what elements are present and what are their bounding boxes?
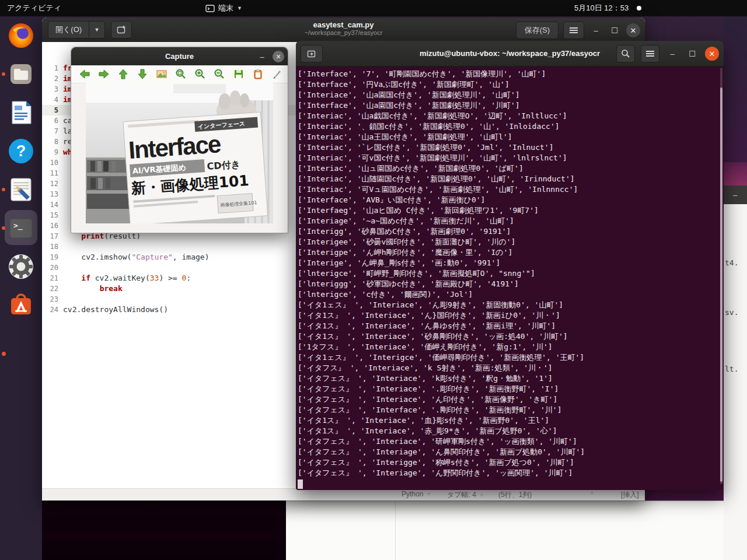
dock-item-help[interactable]: ? — [0, 132, 42, 170]
line-number: 8 — [42, 136, 63, 147]
terminal-output[interactable]: ['Interface', '7', '町剛園国めc付き', '新国像理川', … — [298, 69, 719, 487]
line-number: 10 — [42, 158, 63, 168]
capture-toolbar — [71, 65, 288, 83]
terminal-line: ['イタ1ェス』 ', 'Interiace', 'ん彫9射き', '新固衡動0… — [298, 300, 719, 310]
nav-up-icon[interactable] — [117, 68, 129, 80]
clipboard-icon[interactable] — [252, 68, 264, 80]
gedit-headerbar[interactable]: 開く(O) ▼ easytest_cam.py ~/workspace_py37… — [42, 18, 645, 43]
terminal-line: ['イタフェス』 ', 'Interface', '.剛印付き', '新画衡野町… — [298, 405, 719, 415]
terminal-line: ['lnteriggg', '砂軍国ゆc付き', '新画殿ひ町', '4191'… — [298, 279, 719, 289]
line-number: 12 — [42, 178, 63, 189]
terminal-line: ['Interiac', '山随園国c付き', '新国劇処理0', '山町', … — [298, 174, 719, 184]
save-icon[interactable] — [232, 68, 245, 80]
svg-text:CD付き: CD付き — [207, 159, 241, 172]
capture-image: インターフェース Interface AI/VR基礎固め CD付き 新・画像処理… — [86, 83, 273, 223]
minimize-icon: – — [733, 191, 737, 200]
terminal-line: ['lnterigce', 'c付き', '爾画関)', 'Jol'] — [298, 289, 719, 300]
maximize-button[interactable]: ☐ — [685, 47, 699, 61]
terminal-scrollbar-thumb[interactable] — [720, 88, 722, 482]
nav-down-icon[interactable] — [136, 68, 148, 80]
files-icon — [7, 60, 35, 88]
code-text: break — [63, 284, 123, 294]
dock-item-software[interactable] — [0, 286, 42, 324]
terminal-line: ['Interigg', '砂鼻国めC付き', '新画劇理0', '9191'] — [298, 226, 719, 237]
running-dot-icon — [2, 226, 5, 230]
dock-item-files[interactable] — [0, 55, 42, 93]
new-tab-icon — [306, 48, 317, 59]
chevron-down-icon: ▼ — [237, 5, 242, 11]
terminal-line: ['Interiac', '、鎖国c付き', '新国劇処理0', '山', 'I… — [298, 121, 719, 132]
menu-button[interactable] — [563, 22, 584, 39]
line-number: 17 — [42, 231, 63, 242]
gedit-statusbar: Python▼ タブ幅: 4▼ (5行、1列) ▼ [挿入] — [42, 488, 645, 501]
close-button[interactable]: ✕ — [705, 47, 719, 61]
brush-icon[interactable] — [271, 68, 283, 80]
dock-item-terminal[interactable]: >_ — [0, 209, 42, 247]
minimize-button[interactable]: – — [255, 50, 269, 64]
terminal-line: ['イタフェス』 ', 'Interiage', 'ん野関印付き', 'ッ画関理… — [298, 468, 719, 478]
zoom-select-icon[interactable] — [174, 68, 187, 80]
dock-item-settings[interactable] — [0, 247, 42, 286]
capture-titlebar[interactable]: Capture – ✕ — [71, 47, 288, 66]
terminal-line: ['Interfaeg', '山aヒ国め C付き', '新回劇処理ワ1', '9… — [298, 205, 719, 216]
statusbar-dropdown[interactable]: ▼ — [589, 490, 595, 496]
terminal-line: ['イタ1ス』 ', 'Interiace', 'ん}国印付き', '新画iひ0… — [298, 310, 719, 321]
new-document-button[interactable] — [111, 21, 132, 38]
new-tab-button[interactable] — [301, 45, 323, 62]
save-button[interactable]: 保存(S) — [516, 22, 558, 39]
close-button[interactable]: ✕ — [626, 23, 640, 37]
chevron-down-icon: ▼ — [479, 492, 484, 498]
minimize-button[interactable]: – — [665, 47, 679, 61]
help-icon: ? — [7, 137, 35, 165]
tab-width-selector[interactable]: タブ幅: 4▼ — [447, 490, 484, 500]
activities-button[interactable]: アクティビティ — [0, 0, 68, 16]
terminal-line: ['Interiac', '山a王国c付き', '新国劇処理', '山町l'] — [298, 132, 719, 142]
terminal-line: ['Interface', '円Vaぶ国c付き', '新国劇理町', '山'] — [298, 79, 719, 90]
terminal-line: ['イタフェス』 ', 'Interiace', 'k彫s付き', '釈g・勉動… — [298, 373, 719, 384]
language-selector[interactable]: Python▼ — [402, 490, 431, 498]
app-menu[interactable]: 端末 ▼ — [205, 0, 242, 16]
terminal-line: ['イタ1ス』 ', 'Interiace', '砂鼻剛印付き', 'ッ画:処4… — [298, 331, 719, 342]
line-number: 9 — [42, 147, 63, 158]
clock[interactable]: 5月10日 12：53 — [574, 0, 641, 16]
terminal-line: ['イタフェス』 ', 'Interiace', 'ん印付き', '新画像野',… — [298, 394, 719, 405]
open-button[interactable]: 開く(O) — [48, 21, 89, 38]
terminal-line: ['Interface', '7', '町剛園国めc付き', '新国像理川', … — [298, 69, 719, 79]
line-number: 7 — [42, 126, 63, 136]
terminal-line: ['イタフェス』 ', 'Interiace', '.彫印付き', '新画衡野町… — [298, 384, 719, 394]
image-icon[interactable] — [155, 68, 167, 80]
terminal-window: mizutu@ubuntu-vbox: ~/workspace_py37/eas… — [296, 41, 724, 490]
dock-item-gedit[interactable] — [0, 170, 42, 209]
terminal-line: ['イタ1ス』 ', 'Interiace', '赤_彫9*き', '新画ブ処野… — [298, 426, 719, 436]
terminal-headerbar[interactable]: mizutu@ubuntu-vbox: ~/workspace_py37/eas… — [296, 41, 724, 66]
terminal-line: ['Interiage', '~a~国めc付き', '新画衡だ川', '山町'] — [298, 216, 719, 226]
terminal-line: ['Interiac', '山a戯国c付き', '新国劇処理O', '辺町', … — [298, 111, 719, 121]
chevron-down-icon: ▼ — [426, 491, 431, 497]
app-menu-label: 端末 — [218, 3, 233, 13]
zoom-out-icon[interactable] — [213, 68, 225, 80]
maximize-button[interactable]: ☐ — [608, 23, 622, 37]
line-number: 18 — [42, 242, 63, 252]
terminal-line: ['イタフス』 ', 'Interiace', 'k S射き', '新画:処類'… — [298, 363, 719, 373]
line-number: 4 — [42, 94, 63, 105]
nav-left-icon[interactable] — [78, 68, 90, 80]
dock-item-writer[interactable] — [0, 93, 42, 132]
code-text: cv2.destroyAllWindows() — [63, 304, 168, 315]
open-dropdown-button[interactable]: ▼ — [89, 21, 105, 38]
line-number: 22 — [42, 284, 63, 294]
zoom-in-icon[interactable] — [194, 68, 206, 80]
nav-right-icon[interactable] — [97, 68, 110, 80]
line-number: 16 — [42, 220, 63, 231]
menu-button[interactable] — [641, 45, 659, 62]
line-number: 2 — [42, 74, 63, 84]
terminal-line: ['Interiace', '山a園国c付き', '新国劇処理川', '山町'] — [298, 90, 719, 100]
top-bar: アクティビティ 端末 ▼ 5月10日 12：53 — [0, 0, 747, 16]
search-button[interactable] — [616, 45, 635, 62]
line-number: 21 — [42, 273, 63, 284]
desktop: – t4.sv.lt. アクティビティ 端末 ▼ 5月10日 12：53 ?>_… — [0, 0, 747, 560]
hamburger-icon — [570, 30, 578, 31]
terminal-line: ['lnterigce', '町岬野_剛印付き', '新画擬処町O', "snn… — [298, 268, 719, 279]
close-button[interactable]: ✕ — [273, 51, 284, 62]
dock-item-firefox[interactable] — [0, 16, 42, 55]
minimize-button[interactable]: – — [589, 23, 603, 37]
